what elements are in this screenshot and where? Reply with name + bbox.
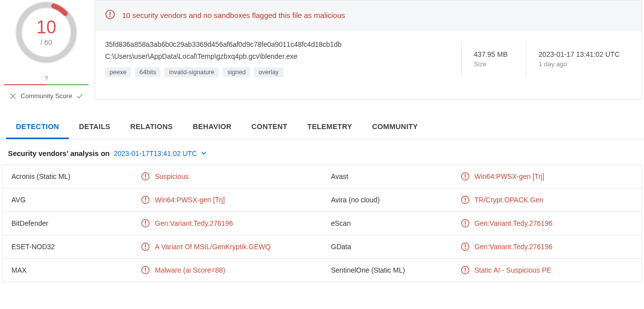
vendor-cell: MAXMalware (ai Score=88) [2, 259, 322, 282]
vendor-row: ESET-NOD32A Variant Of MSIL/GenKryptik.G… [2, 235, 642, 259]
vendor-row: AVGWin64:PWSX-gen [Trj]Avira (no cloud)T… [2, 188, 642, 212]
svg-point-32 [145, 272, 146, 273]
date-cell: 2023-01-17 13:41:02 UTC 1 day ago [526, 40, 632, 77]
vendor-name: Avast [331, 172, 461, 180]
detection-count: 10 [36, 18, 56, 36]
tag[interactable]: overlay [254, 67, 283, 77]
svg-point-23 [465, 225, 466, 226]
vendor-verdict: Gen:Variant.Tedy.276196 [461, 242, 553, 251]
alert-icon [141, 266, 150, 275]
vendor-verdict: Suspicious [141, 172, 189, 181]
score-gauge: 10 / 60 [14, 0, 79, 65]
vendor-verdict: Win64:PWSX-gen [Trj] [461, 172, 544, 181]
tags-row: peexe64bitsinvalid-signaturesignedoverla… [105, 67, 451, 77]
svg-point-14 [145, 201, 146, 202]
analysis-title: Security vendors' analysis on [8, 150, 110, 157]
vendor-verdict: TR/Crypt.OPACK.Gen [461, 195, 543, 204]
vendor-name: BitDefender [11, 219, 141, 227]
vendor-verdict: Static AI - Suspicious PE [461, 266, 551, 275]
file-hash: 35fd836a858a3ab6b0c29ab3369d456af6af0d9c… [105, 40, 451, 48]
alert-icon [461, 219, 470, 228]
community-score-bar [4, 84, 89, 85]
vendors-table: Acronis (Static ML)SuspiciousAvastWin64:… [2, 164, 642, 282]
vendor-verdict: Gen:Variant.Tedy.276196 [461, 219, 553, 228]
alert-icon [461, 242, 470, 251]
vendor-cell: Acronis (Static ML)Suspicious [2, 165, 322, 188]
chevron-down-icon[interactable] [201, 150, 207, 157]
tag[interactable]: peexe [105, 67, 131, 77]
vendor-name: Acronis (Static ML) [11, 172, 141, 180]
alert-icon [141, 242, 150, 251]
malicious-banner-text: 10 security vendors and no sandboxes fla… [122, 11, 345, 19]
vendor-cell: BitDefenderGen:Variant.Tedy.276196 [2, 212, 322, 235]
vendor-row: MAXMalware (ai Score=88)SentinelOne (Sta… [2, 259, 642, 282]
vendor-name: ESET-NOD32 [11, 243, 141, 251]
analysis-timestamp: 2023-01-17T13:41:02 UTC [114, 150, 197, 157]
alert-icon [105, 9, 115, 21]
vendor-cell: eScanGen:Variant.Tedy.276196 [322, 212, 642, 235]
svg-point-11 [465, 178, 466, 179]
vendor-cell: ESET-NOD32A Variant Of MSIL/GenKryptik.G… [2, 235, 322, 258]
verdict-text: Gen:Variant.Tedy.276196 [155, 219, 233, 227]
community-score-unknown: ? [44, 75, 48, 82]
tab-detection[interactable]: DETECTION [6, 115, 69, 139]
vendor-row: BitDefenderGen:Variant.Tedy.276196eScanG… [2, 212, 642, 235]
vendor-name: Avira (no cloud) [331, 196, 461, 204]
svg-point-20 [145, 225, 146, 226]
alert-icon [461, 266, 470, 275]
tag[interactable]: invalid-signature [164, 67, 219, 77]
tab-telemetry[interactable]: TELEMETRY [297, 115, 362, 139]
vendor-cell: AvastWin64:PWSX-gen [Trj] [322, 165, 642, 188]
scan-date-ago: 1 day ago [538, 60, 620, 68]
vendor-name: GData [331, 243, 461, 251]
svg-point-5 [110, 16, 111, 17]
tag[interactable]: signed [223, 67, 250, 77]
tab-relations[interactable]: RELATIONS [121, 115, 183, 139]
file-path: C:\Users\user\AppData\Local\Temp\gzbxq4p… [105, 52, 451, 60]
verdict-text: A Variant Of MSIL/GenKryptik.GEWQ [155, 243, 270, 251]
vendor-name: eScan [331, 219, 461, 227]
verdict-text: Win64:PWSX-gen [Trj] [475, 172, 544, 180]
malicious-banner: 10 security vendors and no sandboxes fla… [95, 0, 642, 30]
vendor-cell: SentinelOne (Static ML)Static AI - Suspi… [322, 259, 642, 282]
alert-icon [141, 172, 150, 181]
vendor-name: SentinelOne (Static ML) [331, 266, 461, 274]
tag[interactable]: 64bits [135, 67, 160, 77]
tab-content[interactable]: CONTENT [242, 115, 297, 139]
x-icon[interactable] [9, 93, 16, 100]
vendor-verdict: Malware (ai Score=88) [141, 266, 225, 275]
community-score-label: Community Score [20, 92, 72, 100]
alert-icon [141, 195, 150, 204]
file-info-panel: 10 security vendors and no sandboxes fla… [95, 0, 642, 100]
vendor-cell: GDataGen:Variant.Tedy.276196 [322, 235, 642, 258]
tab-details[interactable]: DETAILS [69, 115, 120, 139]
vendor-cell: Avira (no cloud)TR/Crypt.OPACK.Gen [322, 188, 642, 211]
alert-icon [461, 195, 470, 204]
detection-total: / 60 [40, 38, 52, 46]
check-icon[interactable] [76, 93, 83, 100]
vendor-cell: AVGWin64:PWSX-gen [Trj] [2, 188, 322, 211]
tab-behavior[interactable]: BEHAVIOR [183, 115, 242, 139]
alert-icon [461, 172, 470, 181]
verdict-text: Malware (ai Score=88) [155, 266, 225, 274]
analysis-header[interactable]: Security vendors' analysis on 2023-01-17… [0, 140, 644, 164]
verdict-text: Static AI - Suspicious PE [475, 266, 551, 274]
vendor-verdict: Gen:Variant.Tedy.276196 [141, 219, 233, 228]
file-size-label: Size [474, 60, 514, 68]
svg-point-8 [145, 178, 146, 179]
alert-icon [141, 219, 150, 228]
tab-community[interactable]: COMMUNITY [362, 115, 428, 139]
verdict-text: TR/Crypt.OPACK.Gen [475, 196, 543, 204]
vendor-verdict: A Variant Of MSIL/GenKryptik.GEWQ [141, 242, 270, 251]
svg-point-29 [465, 248, 466, 249]
vendor-name: AVG [11, 196, 141, 204]
svg-point-17 [465, 201, 466, 202]
verdict-text: Suspicious [155, 172, 189, 180]
size-cell: 437.95 MB Size [461, 40, 526, 77]
vendor-name: MAX [11, 266, 141, 274]
verdict-text: Win64:PWSX-gen [Trj] [155, 196, 225, 204]
svg-point-35 [465, 272, 466, 273]
verdict-text: Gen:Variant.Tedy.276196 [475, 219, 553, 227]
tabs-bar: DETECTIONDETAILSRELATIONSBEHAVIORCONTENT… [0, 115, 644, 140]
verdict-text: Gen:Variant.Tedy.276196 [475, 243, 553, 251]
